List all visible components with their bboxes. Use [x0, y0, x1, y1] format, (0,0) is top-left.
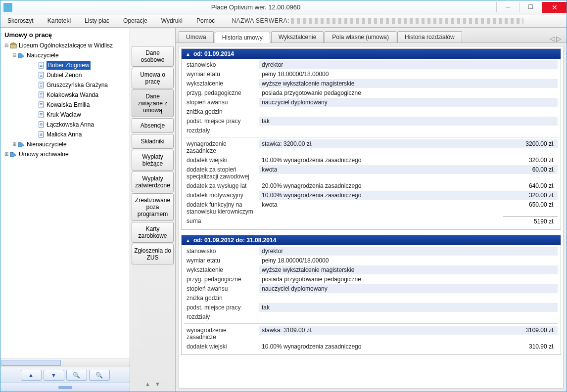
pay-row: dodatek wiejski10.00% wynagrodzenia zasa…: [185, 342, 558, 351]
tree[interactable]: ⊟ Liceum Ogólnokształcące w Widlisz ⊟ Na…: [0, 40, 130, 358]
field-label: stopień awansu: [185, 98, 259, 107]
tree-group-nonteachers[interactable]: ⊞ Nienauczyciele: [2, 139, 128, 149]
side-tab[interactable]: Absencje: [132, 118, 174, 133]
collapse-triangle-icon: ▲: [186, 238, 190, 243]
history-section: ▲od: 01.09.2014stanowiskodyrektorwymiar …: [181, 48, 561, 230]
side-tab[interactable]: Zrealizowane poza programem: [132, 193, 174, 221]
pay-row: dodatek funkcyjny na stanowisku kierowni…: [185, 200, 558, 216]
tree-root[interactable]: ⊟ Liceum Ogólnokształcące w Widlisz: [2, 41, 128, 50]
tree-item-label: Gruszczyńska Grażyna: [47, 81, 108, 89]
section-header[interactable]: ▲od: 01.09.2012 do: 31.08.2014: [182, 235, 561, 245]
pay-row: dodatek za wysługę lat20.00% wynagrodzen…: [185, 181, 558, 190]
field-value: [259, 294, 558, 296]
side-tab[interactable]: Karty zarobkowe: [132, 222, 174, 243]
tree-teacher-item[interactable]: Kowalska Emilia: [2, 100, 128, 110]
tab-historia-umowy[interactable]: Historia umowy: [215, 32, 270, 43]
info-row: wykształceniewyższe wykształcenie magist…: [185, 79, 558, 88]
tab-scroll-arrows[interactable]: ◁▷: [550, 35, 564, 43]
section-header[interactable]: ▲od: 01.09.2014: [182, 49, 561, 59]
field-value: dyrektor: [259, 247, 558, 256]
field-value: [259, 312, 558, 314]
tree-archive[interactable]: ⊞ Umowy archiwalne: [2, 149, 128, 159]
pay-amount: 60.00 zł.: [503, 165, 558, 174]
tree-teacher-item[interactable]: Bober Zbigniew: [2, 60, 128, 70]
menu-listy-plac[interactable]: Listy płac: [78, 15, 116, 26]
tree-teacher-item[interactable]: Malicka Anna: [2, 130, 128, 139]
school-icon: [9, 42, 17, 49]
tab-umowa[interactable]: Umowa: [179, 31, 214, 43]
menu-kartoteki[interactable]: Kartoteki: [41, 15, 78, 26]
search-2-button[interactable]: 🔍: [89, 370, 110, 381]
menu-operacje[interactable]: Operacje: [116, 15, 154, 26]
tree-item-label: Dubiel Zenon: [47, 71, 82, 80]
close-button[interactable]: ✕: [542, 2, 567, 13]
history-panel[interactable]: ▲od: 01.09.2014stanowiskodyrektorwymiar …: [179, 46, 564, 389]
tree-teacher-item[interactable]: Gruszczyńska Grażyna: [2, 80, 128, 90]
side-tabs-arrows[interactable]: ▲▼: [130, 377, 175, 392]
tab-historia-rozdzialow[interactable]: Historia rozdziałów: [397, 31, 462, 43]
menu-skoroszyt[interactable]: Skoroszyt: [0, 15, 41, 26]
window-title: Płace Optivum wer. 12.00.0960: [15, 3, 496, 11]
document-icon: [37, 91, 45, 98]
field-label: przyg. pedagogiczne: [185, 88, 259, 97]
info-row: zniżka godzin: [185, 294, 558, 303]
collapse-icon[interactable]: ⊟: [3, 41, 9, 50]
pay-amount: 3200.00 zł.: [503, 139, 558, 148]
info-row: przyg. pedagogiczneposiada przygotowanie…: [185, 88, 558, 97]
tree-teacher-item[interactable]: Kołakowska Wanda: [2, 90, 128, 100]
tree-item-label: Kowalska Emilia: [47, 100, 90, 109]
pay-row: dodatek za stopień specjalizacji zawodow…: [185, 165, 558, 181]
nav-down-button[interactable]: ▼: [44, 370, 64, 381]
nav-up-button[interactable]: ▲: [21, 370, 42, 381]
menu-wydruki[interactable]: Wydruki: [154, 15, 189, 26]
info-row: wykształceniewyższe wykształcenie magist…: [185, 265, 558, 274]
tree-footer-grip[interactable]: [0, 383, 130, 392]
expand-icon[interactable]: ⊞: [3, 150, 9, 159]
field-label: rozdziały: [185, 312, 259, 321]
field-value: nauczyciel dyplomowany: [259, 284, 558, 293]
tree-teacher-item[interactable]: Kruk Wacław: [2, 110, 128, 120]
info-row: stopień awansunauczyciel dyplomowany: [185, 98, 558, 107]
side-tab[interactable]: Wypłaty zatwierdzone: [132, 172, 174, 192]
maximize-button[interactable]: ☐: [519, 2, 542, 12]
collapse-icon[interactable]: ⊟: [11, 51, 17, 60]
main-tabstrip: Umowa Historia umowy Wykształcenie Pola …: [176, 28, 567, 43]
pay-amount: 650.00 zł.: [503, 200, 558, 209]
expand-icon[interactable]: ⊞: [11, 140, 17, 149]
tree-toolbar: ▲ ▼ 🔍 🔍: [0, 367, 130, 383]
menu-pomoc[interactable]: Pomoc: [189, 15, 222, 26]
field-value: posiada przygotowanie pedagogiczne: [259, 88, 558, 97]
svg-marker-36: [10, 153, 16, 157]
pay-row: wynagrodzenie zasadniczestawka: 3200.00 …: [185, 139, 558, 155]
side-tab[interactable]: Wypłaty bieżące: [132, 150, 174, 171]
tree-teacher-item[interactable]: Dubiel Zenon: [2, 70, 128, 80]
field-value: wyższe wykształcenie magisterskie: [259, 265, 558, 274]
info-row: zniżka godzin: [185, 107, 558, 116]
info-row: podst. miejsce pracytak: [185, 117, 558, 126]
tree-teacher-item[interactable]: Łączkowska Anna: [2, 120, 128, 130]
field-value: wyższe wykształcenie magisterskie: [259, 79, 558, 88]
pay-amount: 320.00 zł.: [503, 191, 558, 200]
side-tab[interactable]: Dane związane z umową: [132, 89, 174, 117]
minimize-button[interactable]: ─: [496, 2, 519, 12]
tree-item-label: Malicka Anna: [47, 130, 82, 139]
document-icon: [37, 72, 45, 79]
side-tab[interactable]: Umowa o pracę: [132, 68, 174, 88]
side-tab[interactable]: Składniki: [132, 134, 174, 149]
svg-marker-1: [10, 43, 16, 44]
side-tab[interactable]: Zgłoszenia do ZUS: [132, 244, 174, 264]
tree-panel: Umowy o pracę ⊟ Liceum Ogólnokształcące …: [0, 28, 130, 392]
tree-group-teachers[interactable]: ⊟ Nauczyciele: [2, 50, 128, 60]
side-tabs: Dane osoboweUmowa o pracęDane związane z…: [130, 28, 176, 392]
tab-wyksztalcenie[interactable]: Wykształcenie: [271, 31, 324, 43]
pay-label: dodatek wiejski: [185, 342, 259, 351]
pay-description: stawka: 3109.00 zł.: [259, 326, 503, 335]
pay-row: wynagrodzenie zasadniczestawka: 3109.00 …: [185, 326, 558, 342]
field-label: zniżka godzin: [185, 107, 259, 116]
side-tab[interactable]: Dane osobowe: [132, 46, 174, 67]
tree-hscrollbar[interactable]: [0, 358, 130, 367]
search-1-button[interactable]: 🔍: [66, 370, 87, 381]
tree-item-label: Bober Zbigniew: [47, 61, 91, 70]
pay-description: 10.00% wynagrodzenia zasadniczego: [259, 156, 503, 165]
tab-pola-wlasne[interactable]: Pola własne (umowa): [325, 31, 396, 43]
